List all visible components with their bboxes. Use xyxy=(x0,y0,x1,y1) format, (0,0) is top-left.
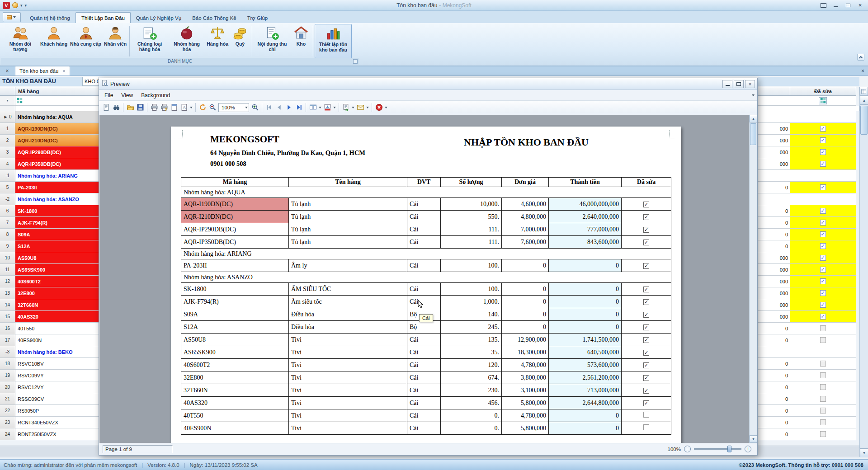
ma-hang-cell[interactable]: Nhóm hàng hóa: ASANZO xyxy=(15,193,99,205)
da-sua-checkbox[interactable] xyxy=(820,408,826,414)
thanh-tien-cell-partial[interactable]: 0 xyxy=(758,381,790,393)
ma-hang-cell[interactable]: 40T550 xyxy=(15,323,99,334)
ma-hang-cell[interactable]: Nhóm hàng hóa: AQUA xyxy=(15,111,99,123)
ribbon-button-4[interactable]: Chủng loại hàng hóa xyxy=(131,24,168,58)
thanh-tien-cell-partial[interactable]: 0 xyxy=(758,428,790,440)
ma-hang-cell[interactable]: RSVC10BV xyxy=(15,358,99,370)
row-number-cell[interactable]: 22 xyxy=(0,405,15,417)
warehouse-column-header[interactable]: KHO 0 xyxy=(82,77,99,86)
zoom-out-icon[interactable] xyxy=(208,103,217,113)
row-number-cell[interactable]: 2 xyxy=(0,135,15,146)
save-icon[interactable] xyxy=(135,103,145,113)
row-number-cell[interactable]: 6 xyxy=(0,205,15,217)
ma-hang-cell[interactable]: AJK-F794(R) xyxy=(15,217,99,229)
da-sua-checkbox[interactable]: ✓ xyxy=(820,231,826,237)
app-menu-icon[interactable] xyxy=(12,2,18,8)
da-sua-cell[interactable] xyxy=(790,346,856,358)
row-number-cell[interactable]: 4 xyxy=(0,158,15,170)
thanh-tien-cell-partial[interactable]: 0 xyxy=(758,405,790,417)
filter-cell[interactable] xyxy=(15,96,99,106)
thanh-tien-cell-partial[interactable] xyxy=(758,111,790,123)
da-sua-checkbox[interactable]: ✓ xyxy=(820,184,826,190)
da-sua-checkbox[interactable] xyxy=(820,419,826,425)
ma-hang-cell[interactable]: SK-1800 xyxy=(15,205,99,217)
margins-icon[interactable] xyxy=(169,103,179,113)
scroll-up-icon[interactable]: ▲ xyxy=(860,96,868,105)
row-number-cell[interactable]: 12 xyxy=(0,276,15,287)
da-sua-cell[interactable] xyxy=(790,428,856,440)
da-sua-checkbox[interactable]: ✓ xyxy=(820,220,826,226)
close-all-tabs-button[interactable]: × xyxy=(3,67,11,75)
menubar-overflow-icon[interactable] xyxy=(752,94,755,96)
ribbon-button-5[interactable]: Nhóm hàng hóa xyxy=(168,24,205,58)
ribbon-tab-3[interactable]: Báo Cáo Thống Kê xyxy=(187,13,242,23)
da-sua-cell[interactable]: ✓ xyxy=(790,287,856,299)
mail-icon[interactable] xyxy=(355,103,365,113)
da-sua-checkbox[interactable]: ✓ xyxy=(820,149,826,155)
da-sua-cell[interactable]: ✓ xyxy=(790,123,856,135)
da-sua-cell[interactable]: ✓ xyxy=(790,276,856,287)
ribbon-tab-4[interactable]: Trợ Giúp xyxy=(242,13,273,23)
chevron-down-icon[interactable] xyxy=(333,107,336,108)
ma-hang-cell[interactable]: 32T660N xyxy=(15,299,99,311)
da-sua-cell[interactable]: ✓ xyxy=(790,217,856,229)
export-icon[interactable] xyxy=(341,103,351,113)
row-number-cell[interactable]: 9 xyxy=(0,240,15,252)
da-sua-checkbox[interactable]: ✓ xyxy=(820,243,826,249)
ma-hang-cell[interactable]: 40ES900N xyxy=(15,334,99,346)
thanh-tien-cell-partial[interactable]: 000 xyxy=(758,146,790,158)
row-number-cell[interactable]: ► 0 xyxy=(0,111,15,123)
fullscreen-button[interactable] xyxy=(817,1,830,9)
thanh-tien-cell-partial[interactable]: 000 xyxy=(758,299,790,311)
last-page-icon[interactable] xyxy=(294,103,304,113)
row-number-cell[interactable]: 23 xyxy=(0,417,15,428)
preview-close-button[interactable]: × xyxy=(745,80,755,88)
zoom-in-button[interactable]: + xyxy=(745,446,751,452)
da-sua-cell[interactable]: ✓ xyxy=(790,264,856,276)
row-number-cell[interactable]: 13 xyxy=(0,287,15,299)
thanh-tien-cell-partial[interactable]: 0 xyxy=(758,229,790,240)
app-button[interactable] xyxy=(3,12,21,22)
thanh-tien-cell-partial[interactable]: 0 xyxy=(758,334,790,346)
thanh-tien-cell-partial[interactable]: 0 xyxy=(758,393,790,405)
refresh-icon[interactable] xyxy=(198,103,208,113)
ribbon-button-3[interactable]: Nhân viên xyxy=(103,24,128,58)
ma-hang-cell[interactable]: AS65SK900 xyxy=(15,264,99,276)
ribbon-button-2[interactable]: Nhà cung cấp xyxy=(69,24,103,58)
thanh-tien-cell-partial[interactable] xyxy=(758,346,790,358)
next-page-icon[interactable] xyxy=(284,103,294,113)
thanh-tien-cell-partial[interactable]: 0 xyxy=(758,240,790,252)
thanh-tien-cell-partial[interactable]: 0 xyxy=(758,370,790,381)
chevron-down-icon[interactable] xyxy=(385,107,387,108)
da-sua-checkbox[interactable] xyxy=(820,372,826,378)
da-sua-checkbox[interactable] xyxy=(820,337,826,343)
quick-print-icon[interactable] xyxy=(159,103,169,113)
row-number-cell[interactable]: 8 xyxy=(0,229,15,240)
ma-hang-cell[interactable]: 32E800 xyxy=(15,287,99,299)
ma-hang-cell[interactable]: 40S600T2 xyxy=(15,276,99,287)
ma-hang-column-header[interactable]: Mã hàng xyxy=(15,87,99,96)
watermark-icon[interactable]: A xyxy=(179,103,189,113)
thanh-tien-cell-partial[interactable]: 0 xyxy=(758,417,790,428)
da-sua-checkbox[interactable] xyxy=(820,396,826,402)
thanh-tien-cell-partial[interactable] xyxy=(758,193,790,205)
thanh-tien-cell-partial[interactable]: 000 xyxy=(758,276,790,287)
row-number-cell[interactable]: 18 xyxy=(0,358,15,370)
open-icon[interactable] xyxy=(125,103,135,113)
ma-hang-cell[interactable]: PA-203II xyxy=(15,182,99,193)
thanh-tien-cell-partial[interactable]: 000 xyxy=(758,264,790,276)
row-number-cell[interactable]: 14 xyxy=(0,299,15,311)
ma-hang-cell[interactable]: AQR-I190DN(DC) xyxy=(15,123,99,135)
thanh-tien-cell-partial[interactable] xyxy=(758,170,790,182)
zoom-slider[interactable] xyxy=(694,448,741,450)
grid-vertical-scrollbar[interactable]: ▲ ▼ xyxy=(859,96,868,457)
minimize-button[interactable] xyxy=(830,1,842,9)
chevron-down-icon[interactable] xyxy=(366,107,369,108)
ma-hang-cell[interactable]: 40AS320 xyxy=(15,311,99,323)
row-number-cell[interactable]: 20 xyxy=(0,381,15,393)
restore-button[interactable] xyxy=(842,1,854,9)
row-number-cell[interactable]: 24 xyxy=(0,428,15,440)
ma-hang-cell[interactable]: AQR-IP290DB(DC) xyxy=(15,146,99,158)
ma-hang-cell[interactable]: RS9050P xyxy=(15,405,99,417)
da-sua-checkbox[interactable]: ✓ xyxy=(820,137,826,143)
